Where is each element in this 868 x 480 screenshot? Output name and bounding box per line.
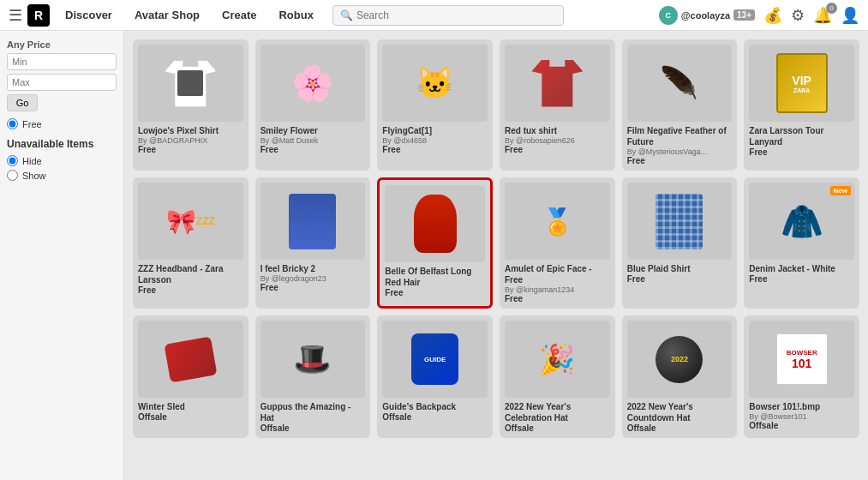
new-badge: New	[830, 186, 851, 195]
nav-links: Discover Avatar Shop Create Robux	[55, 3, 324, 27]
item-name: Zara Larsson Tour Lanyard	[749, 125, 854, 147]
item-card[interactable]: New 🧥 Denim Jacket - White Free	[744, 177, 859, 309]
roblox-logo: R	[27, 4, 50, 27]
item-info: FlyingCat[1] By @dx4658 Free	[382, 125, 488, 154]
item-image: VIPZARA	[749, 45, 854, 122]
item-image: 🎩	[260, 321, 366, 398]
top-nav-right: C @coolayza 13+ 💰 ⚙ 🔔 0 👤	[659, 6, 859, 25]
item-name: Lowjoe's Pixel Shirt	[138, 125, 243, 136]
item-name: Amulet of Epic Face - Free	[505, 263, 610, 285]
item-card[interactable]: 🐱 FlyingCat[1] By @dx4658 Free	[377, 39, 493, 171]
free-radio-item[interactable]: Free	[7, 118, 117, 129]
nav-discover[interactable]: Discover	[55, 3, 123, 27]
item-name: Guppus the Amazing - Hat	[260, 401, 366, 423]
item-info: Bowser 101!.bmp By @Bowser101 Offsale	[749, 401, 854, 430]
more-icon[interactable]: 👤	[841, 6, 859, 25]
hamburger-menu-icon[interactable]: ☰	[9, 6, 22, 25]
price-label: Any Price	[7, 39, 117, 50]
item-card[interactable]: I feel Bricky 2 By @legodragon23 Free	[255, 177, 371, 309]
search-input[interactable]	[356, 9, 556, 21]
sidebar: Any Price Go Free Unavailable Items Hide…	[0, 31, 124, 480]
item-price: Free	[749, 147, 854, 157]
nav-robux[interactable]: Robux	[268, 3, 323, 27]
item-card[interactable]: 🎉 2022 New Year's Celebration Hat Offsal…	[500, 315, 615, 438]
item-card[interactable]: 🎩 Guppus the Amazing - Hat Offsale	[255, 315, 371, 438]
item-price: Offsale	[260, 423, 366, 433]
item-name: 2022 New Year's Countdown Hat	[627, 401, 733, 423]
item-card[interactable]: 🪶 Film Negative Feather of Future By @My…	[622, 39, 738, 171]
settings-icon[interactable]: ⚙	[791, 6, 805, 25]
item-card[interactable]: 🎀ZZZ ZZZ Headband - Zara Larsson Free	[133, 177, 248, 309]
item-image	[260, 183, 366, 260]
item-image: BOWSER101	[749, 321, 854, 398]
free-radio-label: Free	[22, 119, 42, 129]
hide-radio-item[interactable]: Hide	[7, 155, 117, 166]
item-name: FlyingCat[1]	[382, 125, 488, 136]
item-price: Free	[749, 274, 854, 284]
nav-avatar-shop[interactable]: Avatar Shop	[124, 3, 210, 27]
item-image: 🎀ZZZ	[138, 183, 243, 260]
show-radio-item[interactable]: Show	[7, 170, 117, 181]
item-name: Winter Sled	[138, 401, 243, 412]
top-navigation: ☰ R Discover Avatar Shop Create Robux 🔍 …	[0, 0, 868, 31]
item-name: Blue Plaid Shirt	[627, 263, 733, 274]
item-image	[505, 45, 610, 122]
item-image: 🌸	[260, 45, 366, 122]
price-min-input[interactable]	[7, 53, 117, 70]
item-card[interactable]: VIPZARA Zara Larsson Tour Lanyard Free	[744, 39, 859, 171]
item-card[interactable]: 🌸 Smiley Flower By @Matt Dusek Free	[255, 39, 371, 171]
username: @coolayza	[681, 10, 730, 21]
item-name: Guide's Backpack	[382, 401, 488, 412]
item-image	[138, 321, 243, 398]
item-price: Free	[385, 288, 485, 297]
item-info: Smiley Flower By @Matt Dusek Free	[260, 125, 366, 154]
item-image: New 🧥	[749, 183, 854, 260]
user-badge[interactable]: C @coolayza 13+	[659, 6, 755, 25]
free-radio-input[interactable]	[7, 118, 18, 129]
hide-radio-input[interactable]	[7, 155, 18, 166]
item-info: Red tux shirt By @robosapien626 Free	[505, 125, 610, 154]
item-info: Guide's Backpack Offsale	[382, 401, 488, 422]
item-info: Winter Sled Offsale	[138, 401, 243, 422]
item-price: Free	[138, 145, 243, 154]
price-range: Go	[7, 53, 117, 111]
robux-icon[interactable]: 💰	[763, 6, 782, 25]
item-card[interactable]: 2022 2022 New Year's Countdown Hat Offsa…	[622, 315, 738, 438]
item-info: Film Negative Feather of Future By @Myst…	[627, 125, 733, 165]
item-info: ZZZ Headband - Zara Larsson Free	[138, 263, 243, 295]
item-card[interactable]: Red tux shirt By @robosapien626 Free	[500, 39, 615, 171]
show-radio-input[interactable]	[7, 170, 18, 181]
item-card[interactable]: 🏅 Amulet of Epic Face - Free By @kingama…	[500, 177, 615, 309]
price-max-input[interactable]	[7, 74, 117, 91]
notification-icon[interactable]: 🔔 0	[813, 6, 832, 25]
item-card[interactable]: Belle Of Belfast Long Red Hair Free	[377, 177, 493, 309]
item-price: Free	[505, 145, 610, 154]
item-image: 🪶	[627, 45, 733, 122]
search-bar[interactable]: 🔍	[332, 5, 564, 26]
item-name: Red tux shirt	[505, 125, 610, 136]
item-image: 🎉	[505, 321, 610, 398]
unavailable-group: Hide Show	[7, 155, 117, 181]
item-image	[138, 45, 243, 122]
price-go-button[interactable]: Go	[7, 94, 38, 111]
item-info: 2022 New Year's Countdown Hat Offsale	[627, 401, 733, 433]
item-image: 🐱	[382, 45, 488, 122]
item-price: Free	[627, 274, 733, 284]
item-image: 2022	[627, 321, 733, 398]
item-info: Zara Larsson Tour Lanyard Free	[749, 125, 854, 157]
item-card[interactable]: Blue Plaid Shirt Free	[622, 177, 738, 309]
hide-radio-label: Hide	[22, 156, 42, 166]
item-info: I feel Bricky 2 By @legodragon23 Free	[260, 263, 366, 292]
nav-create[interactable]: Create	[212, 3, 266, 27]
item-creator: By @dx4658	[382, 136, 488, 145]
unavailable-section: Unavailable Items Hide Show	[7, 138, 117, 181]
item-info: Amulet of Epic Face - Free By @kingaman1…	[505, 263, 610, 303]
item-price: Offsale	[138, 412, 243, 422]
item-name: 2022 New Year's Celebration Hat	[505, 401, 610, 423]
item-card[interactable]: Winter Sled Offsale	[133, 315, 248, 438]
item-card[interactable]: GUIDE Guide's Backpack Offsale	[377, 315, 493, 438]
item-price: Free	[138, 285, 243, 295]
item-image	[627, 183, 733, 260]
item-card[interactable]: BOWSER101 Bowser 101!.bmp By @Bowser101 …	[744, 315, 859, 438]
item-card[interactable]: Lowjoe's Pixel Shirt By @BADGRAPHIX Free	[133, 39, 248, 171]
